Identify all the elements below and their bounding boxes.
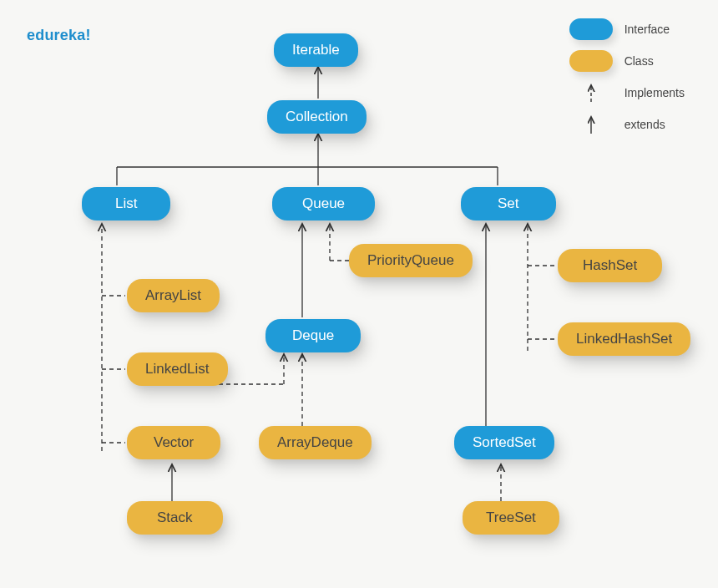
node-label: SortedSet bbox=[473, 434, 536, 450]
node-stack: Stack bbox=[127, 501, 223, 535]
legend-extends-arrow-icon bbox=[569, 114, 613, 135]
node-label: TreeSet bbox=[486, 509, 536, 525]
legend-implements-label: Implements bbox=[624, 86, 685, 99]
legend-class: Class bbox=[569, 50, 685, 72]
node-label: PriorityQueue bbox=[367, 252, 454, 268]
node-arraylist: ArrayList bbox=[127, 279, 220, 312]
node-vector: Vector bbox=[127, 426, 220, 459]
node-list: List bbox=[82, 187, 170, 220]
node-treeset: TreeSet bbox=[463, 501, 559, 535]
node-set: Set bbox=[461, 187, 556, 220]
brand-logo: edureka! bbox=[27, 27, 91, 44]
node-label: HashSet bbox=[583, 257, 637, 273]
node-label: LinkedList bbox=[145, 361, 210, 377]
node-arraydeque: ArrayDeque bbox=[259, 426, 372, 459]
node-label: ArrayList bbox=[145, 287, 201, 303]
legend-interface-label: Interface bbox=[624, 23, 670, 36]
node-collection: Collection bbox=[267, 100, 367, 134]
node-queue: Queue bbox=[272, 187, 375, 220]
legend-interface-swatch bbox=[569, 18, 613, 40]
node-linkedhashset: LinkedHashSet bbox=[558, 322, 690, 356]
node-hashset: HashSet bbox=[558, 249, 662, 282]
node-label: Iterable bbox=[292, 42, 340, 58]
legend: Interface Class Implements extends bbox=[569, 18, 685, 145]
legend-implements-arrow-icon bbox=[569, 82, 613, 104]
node-label: LinkedHashSet bbox=[576, 331, 672, 347]
legend-extends-label: extends bbox=[624, 118, 665, 131]
legend-implements: Implements bbox=[569, 82, 685, 104]
node-iterable: Iterable bbox=[274, 33, 358, 67]
node-label: Deque bbox=[292, 327, 334, 343]
node-label: Queue bbox=[302, 195, 345, 211]
node-priorityqueue: PriorityQueue bbox=[349, 244, 473, 277]
node-sortedset: SortedSet bbox=[454, 426, 554, 459]
node-label: Stack bbox=[157, 509, 193, 525]
node-label: Vector bbox=[154, 434, 194, 450]
node-label: ArrayDeque bbox=[277, 434, 353, 450]
node-linkedlist: LinkedList bbox=[127, 352, 228, 386]
legend-extends: extends bbox=[569, 114, 685, 135]
node-label: Set bbox=[498, 195, 519, 211]
legend-interface: Interface bbox=[569, 18, 685, 40]
legend-class-label: Class bbox=[624, 54, 654, 68]
legend-class-swatch bbox=[569, 50, 613, 72]
node-label: List bbox=[115, 195, 137, 211]
node-label: Collection bbox=[286, 109, 348, 124]
node-deque: Deque bbox=[265, 319, 361, 352]
